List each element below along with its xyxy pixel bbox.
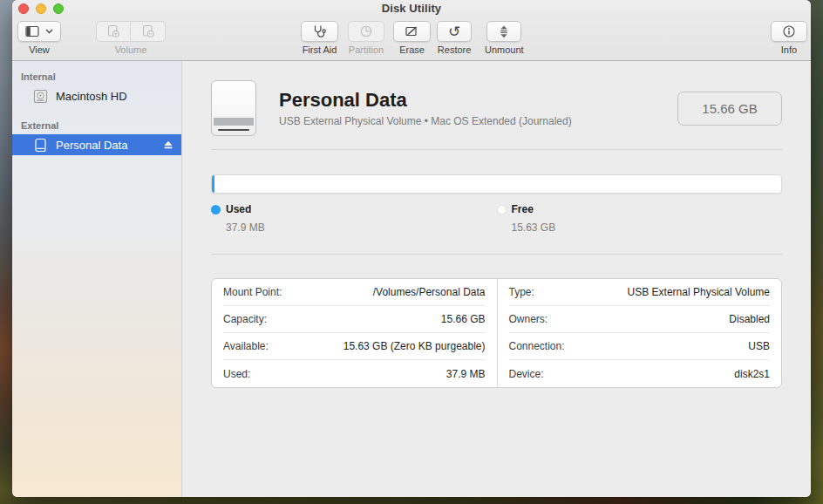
used-dot-icon	[211, 205, 221, 215]
desktop-wallpaper: Disk Utility View	[0, 0, 823, 504]
table-row: Type: USB External Physical Volume	[509, 279, 771, 306]
volume-group: Volume	[96, 21, 166, 55]
table-row: Used: 37.9 MB	[223, 360, 486, 387]
restore-arrow-icon: ↺	[448, 24, 460, 39]
sidebar-item-label: Macintosh HD	[56, 90, 174, 103]
window-title: Disk Utility	[12, 2, 811, 15]
info-label: Info	[781, 44, 797, 55]
legend-separator	[211, 254, 782, 255]
erase-group: Erase	[393, 21, 431, 55]
table-row: Device: disk2s1	[509, 360, 771, 387]
volume-label: Volume	[115, 44, 147, 55]
chevron-down-icon	[45, 29, 53, 34]
main-content: Personal Data USB External Physical Volu…	[182, 61, 811, 497]
sidebar-item-macintosh-hd[interactable]: Macintosh HD	[12, 85, 181, 106]
table-row: Owners: Disabled	[509, 306, 771, 333]
volume-title: Personal Data	[279, 89, 572, 112]
restore-button[interactable]: ↺	[437, 21, 472, 42]
free-dot-icon	[497, 205, 507, 215]
row-label: Device:	[509, 368, 544, 380]
row-value: USB	[748, 340, 770, 352]
toolbar: View	[12, 17, 811, 61]
capacity-badge: 15.66 GB	[677, 92, 782, 126]
row-label: Used:	[223, 368, 250, 380]
used-label: Used	[226, 203, 251, 215]
usage-bar	[211, 174, 782, 194]
table-row: Mount Point: /Volumes/Personal Data	[223, 279, 486, 306]
erase-label: Erase	[399, 44, 425, 55]
sidebar-item-personal-data[interactable]: Personal Data	[12, 134, 181, 155]
row-value: 37.9 MB	[446, 368, 486, 380]
legend-free: Free 15.63 GB	[497, 203, 783, 234]
view-label: View	[29, 44, 50, 55]
sidebar-section-internal: Internal	[12, 68, 181, 85]
partition-button[interactable]	[348, 21, 384, 42]
row-value: USB External Physical Volume	[628, 286, 770, 298]
header-separator	[211, 149, 782, 150]
add-volume-icon	[106, 24, 120, 38]
row-label: Owners:	[509, 313, 548, 325]
sidebar-item-label: Personal Data	[56, 139, 154, 152]
external-drive-icon	[33, 138, 48, 153]
unmount-icon	[498, 24, 510, 38]
partition-pie-icon	[359, 24, 373, 38]
view-group: View	[17, 21, 61, 55]
first-aid-label: First Aid	[303, 44, 337, 55]
table-row: Capacity: 15.66 GB	[223, 306, 486, 333]
info-group: Info	[771, 21, 807, 55]
legend-used: Used 37.9 MB	[211, 203, 497, 234]
restore-group: ↺ Restore	[437, 21, 472, 55]
erase-button[interactable]	[393, 21, 431, 42]
details-left-column: Mount Point: /Volumes/Personal Data Capa…	[212, 279, 497, 387]
add-volume-button[interactable]	[96, 21, 131, 42]
row-value: 15.66 GB	[441, 313, 486, 325]
row-label: Available:	[223, 340, 269, 352]
erase-icon	[405, 24, 419, 38]
remove-volume-button[interactable]	[131, 21, 166, 42]
sidebar-layout-icon	[25, 25, 40, 37]
row-value: disk2s1	[734, 368, 770, 380]
titlebar: Disk Utility	[12, 0, 811, 17]
info-icon	[782, 24, 796, 38]
row-value: 15.63 GB (Zero KB purgeable)	[343, 340, 486, 352]
first-aid-group: First Aid	[301, 21, 338, 55]
internal-drive-icon	[33, 89, 48, 104]
details-table: Mount Point: /Volumes/Personal Data Capa…	[211, 278, 782, 388]
details-right-column: Type: USB External Physical Volume Owner…	[497, 279, 782, 387]
unmount-label: Unmount	[485, 44, 524, 55]
restore-label: Restore	[438, 44, 472, 55]
row-label: Mount Point:	[223, 286, 282, 298]
row-label: Connection:	[509, 340, 565, 352]
sidebar: Internal Macintosh HD External	[12, 61, 182, 497]
partition-group: Partition	[348, 21, 384, 55]
eject-icon	[163, 140, 173, 150]
disk-utility-window: Disk Utility View	[12, 0, 811, 497]
first-aid-button[interactable]	[301, 21, 338, 42]
sidebar-gap	[12, 106, 181, 117]
volume-subtitle: USB External Physical Volume • Mac OS Ex…	[279, 115, 572, 127]
info-button[interactable]	[771, 21, 807, 42]
volume-header: Personal Data USB External Physical Volu…	[211, 80, 782, 136]
row-value: /Volumes/Personal Data	[373, 286, 486, 298]
usage-legend: Used 37.9 MB Free 15.63 GB	[211, 203, 782, 234]
view-button[interactable]	[17, 21, 61, 42]
table-row: Connection: USB	[509, 333, 771, 360]
unmount-group: Unmount	[485, 21, 524, 55]
usage-bar-used	[212, 175, 214, 193]
remove-volume-icon	[141, 24, 155, 38]
row-value: Disabled	[729, 313, 770, 325]
used-value: 37.9 MB	[226, 221, 497, 234]
free-value: 15.63 GB	[512, 221, 783, 234]
unmount-button[interactable]	[486, 21, 521, 42]
table-row: Available: 15.63 GB (Zero KB purgeable)	[223, 333, 486, 360]
eject-button[interactable]	[162, 139, 174, 151]
sidebar-section-external: External	[12, 117, 181, 134]
stethoscope-icon	[312, 24, 327, 38]
free-label: Free	[512, 203, 534, 215]
external-drive-large-icon	[211, 80, 256, 136]
row-label: Type:	[509, 286, 534, 298]
partition-label: Partition	[349, 44, 384, 55]
row-label: Capacity:	[223, 313, 267, 325]
